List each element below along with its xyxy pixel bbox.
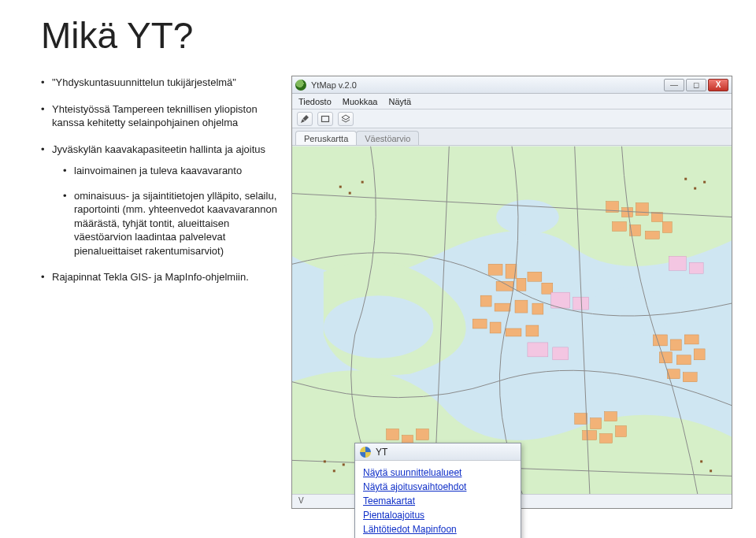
- toolbar: [292, 109, 732, 128]
- maximize-icon: ◻: [687, 80, 706, 91]
- svg-rect-60: [343, 463, 345, 466]
- svg-rect-28: [670, 339, 681, 351]
- svg-rect-50: [669, 256, 686, 270]
- svg-rect-20: [622, 208, 633, 217]
- menu-edit[interactable]: Muokkaa: [343, 97, 378, 106]
- pencil-icon: [300, 114, 309, 124]
- content-columns: "Yhdyskuntasuunnittelun tukijärjestelmä"…: [41, 76, 734, 509]
- window-title: YtMap v.2.0: [311, 80, 664, 90]
- svg-rect-27: [653, 335, 667, 346]
- svg-rect-58: [324, 460, 326, 462]
- svg-rect-13: [515, 300, 528, 313]
- svg-rect-9: [528, 272, 542, 281]
- svg-rect-25: [645, 231, 659, 239]
- svg-rect-26: [662, 221, 672, 232]
- menu-file[interactable]: Tiedosto: [298, 97, 332, 106]
- popup-item-pientaloajoitus[interactable]: Pientaloajoitus: [363, 508, 513, 522]
- svg-rect-0: [322, 116, 329, 121]
- bullet-text: ominaisuus- ja sijaintitietojen ylläpito…: [74, 190, 277, 257]
- sub-bullet-item: lainvoimainen ja tuleva kaavavaranto: [63, 164, 277, 178]
- svg-rect-43: [583, 431, 597, 440]
- svg-rect-40: [575, 414, 587, 425]
- tool-pointer-button[interactable]: [297, 112, 313, 126]
- popup-item-suunnittelualueet[interactable]: Näytä suunnittelualueet: [363, 466, 513, 480]
- svg-rect-44: [600, 434, 613, 443]
- svg-rect-21: [636, 203, 648, 216]
- svg-rect-54: [361, 181, 364, 184]
- svg-rect-52: [339, 186, 342, 188]
- bullet-text: Rajapinnat Tekla GIS- ja MapInfo-ohjelmi…: [52, 271, 249, 283]
- screenshot-column: YtMap v.2.0 — ◻ X Tiedosto Muokkaa Näytä: [291, 76, 732, 509]
- popup-item-teemakartat[interactable]: Teemakartat: [363, 494, 513, 508]
- svg-rect-32: [694, 349, 705, 360]
- popup-item-lahtotiedot[interactable]: Lähtötiedot Mapinfoon: [363, 522, 513, 536]
- rectangle-icon: [321, 114, 330, 124]
- sub-bullet-list: lainvoimainen ja tuleva kaavavaranto omi…: [52, 164, 277, 258]
- text-column: "Yhdyskuntasuunnittelun tukijärjestelmä"…: [41, 76, 277, 297]
- svg-rect-57: [703, 181, 706, 184]
- svg-rect-49: [553, 347, 569, 360]
- svg-rect-31: [676, 355, 691, 365]
- svg-rect-61: [700, 460, 702, 462]
- minimize-button[interactable]: —: [664, 79, 684, 91]
- bullet-text: "Yhdyskuntasuunnittelun tukijärjestelmä": [52, 76, 236, 88]
- svg-rect-22: [651, 213, 662, 222]
- popup-item-ajoitusvaihtoehdot[interactable]: Näytä ajoitusvaihtoehdot: [363, 480, 513, 494]
- svg-rect-8: [517, 278, 526, 291]
- svg-rect-37: [416, 429, 428, 440]
- svg-rect-53: [349, 192, 351, 195]
- svg-rect-17: [506, 328, 521, 336]
- bullet-list: "Yhdyskuntasuunnittelun tukijärjestelmä"…: [41, 76, 277, 284]
- svg-rect-29: [684, 335, 699, 344]
- svg-rect-18: [526, 325, 539, 336]
- svg-rect-12: [495, 303, 510, 311]
- bullet-item: Rajapinnat Tekla GIS- ja MapInfo-ohjelmi…: [41, 270, 277, 284]
- minimize-icon: —: [665, 80, 684, 91]
- status-text: V: [298, 496, 304, 505]
- svg-rect-56: [694, 187, 696, 190]
- svg-rect-30: [659, 352, 672, 363]
- svg-rect-15: [472, 319, 487, 328]
- tab-strip: Peruskartta Väestöarvio: [292, 128, 732, 146]
- svg-rect-42: [605, 412, 617, 421]
- svg-rect-11: [480, 295, 491, 306]
- svg-rect-51: [689, 262, 703, 273]
- svg-rect-5: [488, 264, 502, 275]
- tab-peruskartta[interactable]: Peruskartta: [295, 131, 357, 145]
- ie-icon: [360, 447, 371, 458]
- svg-rect-45: [616, 426, 627, 437]
- menu-view[interactable]: Näytä: [388, 97, 411, 106]
- page-title: Mikä YT?: [41, 14, 734, 57]
- popup-titlebar[interactable]: YT: [355, 443, 521, 461]
- svg-rect-16: [490, 322, 501, 333]
- layers-icon: [341, 114, 350, 124]
- bullet-text: lainvoimainen ja tuleva kaavavaranto: [74, 165, 242, 176]
- window-titlebar[interactable]: YtMap v.2.0 — ◻ X: [292, 76, 732, 94]
- popup-menu: Näytä suunnittelualueet Näytä ajoitusvai…: [355, 461, 521, 538]
- svg-point-2: [324, 295, 434, 358]
- popup-title: YT: [376, 447, 387, 458]
- window-buttons: — ◻ X: [664, 79, 728, 91]
- bullet-item: "Yhdyskuntasuunnittelun tukijärjestelmä": [41, 76, 277, 90]
- bullet-text: Yhteistyössä Tampereen teknillisen yliop…: [52, 103, 258, 129]
- yt-popup: YT Näytä suunnittelualueet Näytä ajoitus…: [354, 443, 521, 538]
- tool-rectangle-button[interactable]: [317, 112, 333, 126]
- svg-rect-55: [684, 178, 687, 180]
- maximize-button[interactable]: ◻: [686, 79, 706, 91]
- svg-rect-48: [528, 343, 548, 357]
- close-button[interactable]: X: [708, 79, 728, 91]
- svg-rect-41: [591, 418, 602, 429]
- svg-rect-59: [333, 469, 335, 472]
- svg-point-3: [587, 288, 673, 335]
- svg-rect-35: [387, 429, 399, 440]
- bullet-text: Jyväskylän kaavakapasiteetin hallinta ja…: [52, 143, 265, 155]
- sub-bullet-item: ominaisuus- ja sijaintitietojen ylläpito…: [63, 189, 277, 258]
- bullet-item: Jyväskylän kaavakapasiteetin hallinta ja…: [41, 143, 277, 258]
- close-icon: X: [709, 80, 728, 91]
- svg-rect-14: [532, 303, 543, 314]
- tool-layers-button[interactable]: [338, 112, 354, 126]
- slide: Mikä YT? "Yhdyskuntasuunnittelun tukijär…: [0, 0, 756, 538]
- svg-rect-34: [683, 373, 697, 382]
- tab-vaestoarvio[interactable]: Väestöarvio: [356, 131, 419, 145]
- bullet-item: Yhteistyössä Tampereen teknillisen yliop…: [41, 102, 277, 130]
